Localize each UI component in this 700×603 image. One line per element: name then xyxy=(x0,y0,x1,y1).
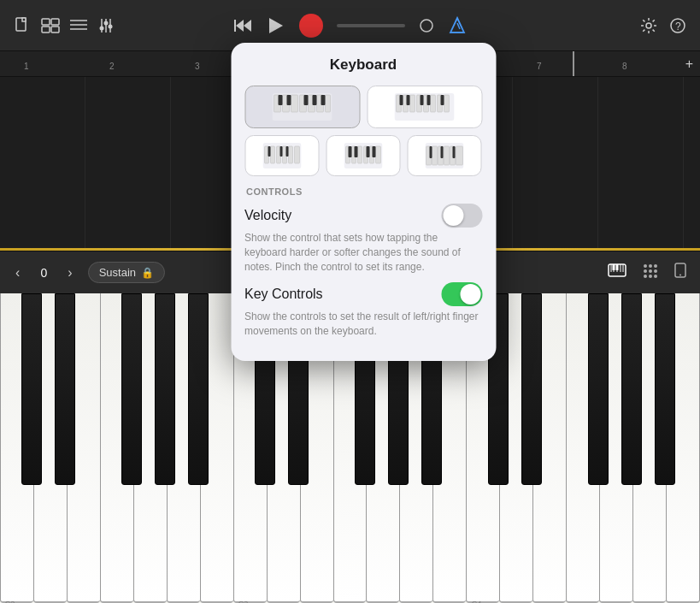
svg-rect-58 xyxy=(326,95,331,112)
svg-rect-96 xyxy=(354,146,357,157)
octave-up-button[interactable]: › xyxy=(62,262,77,284)
keyboard-view-button[interactable] xyxy=(604,260,630,285)
master-volume-icon[interactable] xyxy=(419,18,434,33)
black-key[interactable] xyxy=(21,293,41,485)
lock-icon: 🔒 xyxy=(141,267,154,279)
black-key[interactable] xyxy=(121,293,141,485)
svg-marker-16 xyxy=(236,20,244,32)
ruler-mark-2: 2 xyxy=(109,62,115,71)
svg-rect-97 xyxy=(366,146,369,157)
list-view-icon[interactable] xyxy=(70,19,87,33)
black-key[interactable] xyxy=(588,293,608,485)
svg-point-45 xyxy=(654,269,657,273)
svg-rect-85 xyxy=(268,146,270,157)
svg-rect-92 xyxy=(363,146,368,163)
black-key[interactable] xyxy=(655,293,674,485)
svg-rect-105 xyxy=(456,146,463,165)
svg-rect-83 xyxy=(288,146,292,163)
svg-rect-64 xyxy=(395,93,455,121)
svg-rect-74 xyxy=(407,95,410,105)
svg-point-44 xyxy=(649,269,652,273)
add-track-button[interactable]: + xyxy=(685,56,693,72)
mixer-icon[interactable] xyxy=(97,18,115,33)
black-key[interactable] xyxy=(521,293,541,485)
svg-rect-69 xyxy=(424,95,429,112)
keyboard-size-large-2row[interactable] xyxy=(244,86,360,128)
black-key[interactable] xyxy=(188,293,208,485)
keyboard-popup: Keyboard xyxy=(231,43,496,361)
black-key[interactable] xyxy=(621,293,641,485)
svg-point-20 xyxy=(421,20,432,32)
keyboard-size-small-1row[interactable] xyxy=(244,135,319,176)
svg-point-50 xyxy=(679,275,681,276)
svg-rect-53 xyxy=(283,95,290,112)
black-key[interactable] xyxy=(55,293,74,485)
key-controls-toggle-knob xyxy=(460,284,480,304)
svg-marker-17 xyxy=(244,20,251,32)
svg-rect-75 xyxy=(421,95,424,105)
svg-rect-90 xyxy=(351,146,356,163)
svg-rect-54 xyxy=(291,95,298,112)
svg-marker-21 xyxy=(450,18,464,33)
svg-rect-3 xyxy=(51,19,59,25)
grid-view-button[interactable] xyxy=(638,259,662,286)
svg-rect-106 xyxy=(430,146,432,158)
svg-point-13 xyxy=(100,26,104,30)
svg-rect-52 xyxy=(274,95,281,112)
svg-rect-104 xyxy=(450,146,456,165)
svg-rect-103 xyxy=(444,146,450,165)
key-controls-toggle[interactable] xyxy=(441,282,482,306)
svg-rect-86 xyxy=(279,146,282,157)
svg-rect-93 xyxy=(369,146,374,163)
svg-text:?: ? xyxy=(675,21,681,33)
svg-rect-98 xyxy=(372,146,375,157)
svg-rect-82 xyxy=(282,146,286,163)
black-key[interactable] xyxy=(155,293,174,485)
svg-rect-101 xyxy=(432,146,438,165)
svg-marker-19 xyxy=(269,18,283,33)
tablet-view-button[interactable] xyxy=(671,259,690,286)
velocity-description: Show the control that sets how tapping t… xyxy=(244,231,482,274)
svg-rect-66 xyxy=(403,95,409,112)
help-icon[interactable]: ? xyxy=(669,17,686,34)
keyboard-size-large-1row[interactable] xyxy=(408,135,482,176)
rewind-button[interactable] xyxy=(234,18,253,33)
svg-rect-94 xyxy=(375,146,380,163)
svg-rect-108 xyxy=(453,146,456,158)
sustain-button[interactable]: Sustain 🔒 xyxy=(88,262,165,283)
svg-rect-65 xyxy=(397,95,402,112)
svg-rect-4 xyxy=(42,27,50,33)
svg-point-43 xyxy=(644,269,647,273)
key-controls-label: Key Controls xyxy=(244,287,323,302)
svg-rect-76 xyxy=(427,95,431,105)
play-button[interactable] xyxy=(267,17,285,34)
keyboard-size-large-3row[interactable] xyxy=(367,86,482,128)
svg-rect-68 xyxy=(417,95,422,112)
metronome-icon[interactable] xyxy=(448,16,467,35)
svg-rect-72 xyxy=(444,95,450,112)
velocity-toggle[interactable] xyxy=(441,204,482,228)
octave-display: 0 xyxy=(35,266,52,280)
svg-rect-39 xyxy=(616,264,619,270)
svg-rect-55 xyxy=(300,95,307,112)
svg-rect-107 xyxy=(441,146,444,158)
svg-rect-102 xyxy=(438,146,444,165)
svg-rect-77 xyxy=(441,95,444,105)
svg-rect-80 xyxy=(270,146,274,163)
velocity-label: Velocity xyxy=(244,208,291,223)
volume-slider[interactable] xyxy=(337,24,405,27)
svg-rect-67 xyxy=(410,95,415,112)
toolbar-center xyxy=(234,14,467,38)
svg-rect-70 xyxy=(431,95,436,112)
keyboard-size-medium-2row[interactable] xyxy=(326,135,400,176)
track-view-icon[interactable] xyxy=(41,18,60,33)
playhead-right xyxy=(573,51,574,77)
sustain-label: Sustain xyxy=(99,266,136,279)
keyboard-size-row2 xyxy=(244,135,482,176)
octave-down-button[interactable]: ‹ xyxy=(10,262,25,284)
svg-rect-61 xyxy=(304,95,309,105)
controls-section-label: CONTROLS xyxy=(246,186,482,197)
record-button[interactable] xyxy=(299,14,323,38)
settings-icon[interactable] xyxy=(640,17,657,34)
new-document-icon[interactable] xyxy=(14,17,31,34)
